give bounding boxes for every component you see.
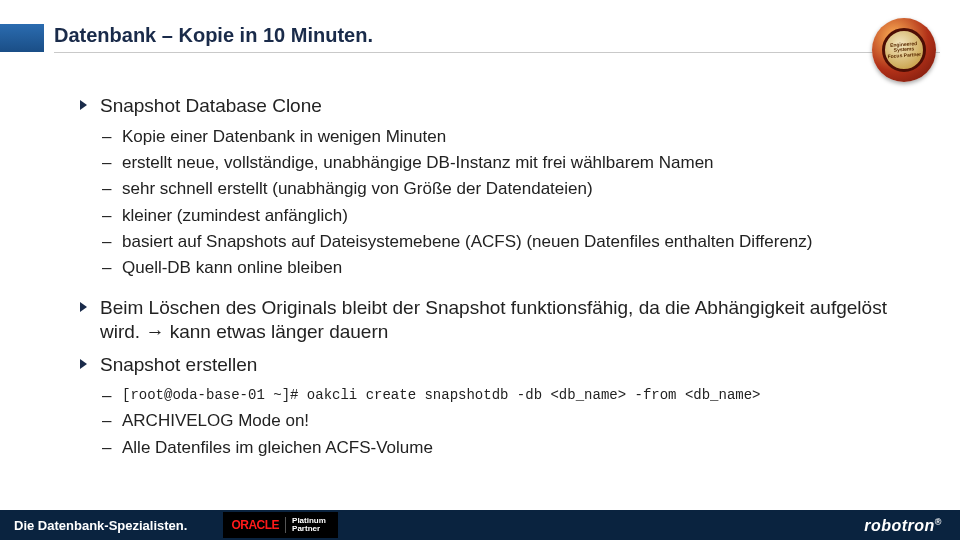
dash-icon: – [102,203,111,229]
partner-badge: Engineered SystemsFocus Partner [872,18,936,82]
sub-item-text: ARCHIVELOG Mode on! [122,411,309,430]
oracle-partner-badge: ORACLE PlatinumPartner [223,512,337,538]
slide-title: Datenbank – Kopie in 10 Minuten. [54,24,373,47]
bullet-text: Beim Löschen des Originals bleibt der Sn… [100,297,887,342]
dash-icon: – [102,150,111,176]
sub-item-text: kleiner (zumindest anfänglich) [122,206,348,225]
sub-item: –Quell-DB kann online bleiben [80,255,932,281]
dash-icon: – [102,176,111,202]
footer-bar: Die Datenbank-Spezialisten. ORACLE Plati… [0,510,960,540]
title-underline [54,52,940,53]
triangle-icon [80,302,87,312]
dash-icon: – [102,381,111,412]
command-text: [root@oda-base-01 ~]# oakcli create snap… [122,387,761,403]
bullet-text: Snapshot Database Clone [100,95,322,116]
sub-item-text: Kopie einer Datenbank in wenigen Minuten [122,127,446,146]
badge-text: Engineered SystemsFocus Partner [884,41,923,59]
dash-icon: – [102,229,111,255]
badge-inner: Engineered SystemsFocus Partner [882,28,926,72]
oracle-logo: ORACLE [231,518,279,532]
sub-item: –ARCHIVELOG Mode on! [80,408,932,434]
oracle-partner-text: PlatinumPartner [285,517,326,533]
dash-icon: – [102,435,111,461]
title-accent-block [0,24,44,52]
triangle-icon [80,359,87,369]
sub-item: –erstellt neue, vollständige, unabhängig… [80,150,932,176]
dash-icon: – [102,408,111,434]
sub-list: –[root@oda-base-01 ~]# oakcli create sna… [80,383,932,461]
sub-item-text: sehr schnell erstellt (unabhängig von Gr… [122,179,593,198]
triangle-icon [80,100,87,110]
sub-item-text: Quell-DB kann online bleiben [122,258,342,277]
slide-content: Snapshot Database Clone –Kopie einer Dat… [80,94,932,461]
sub-item: –Alle Datenfiles im gleichen ACFS-Volume [80,435,932,461]
dash-icon: – [102,255,111,281]
robotron-logo: robotron® [864,517,942,535]
dash-icon: – [102,124,111,150]
sub-item-text: Alle Datenfiles im gleichen ACFS-Volume [122,438,433,457]
bullet-create-snapshot: Snapshot erstellen [80,353,932,377]
bullet-snapshot-clone: Snapshot Database Clone [80,94,932,118]
sub-item-text: erstellt neue, vollständige, unabhängige… [122,153,714,172]
bullet-text: Snapshot erstellen [100,354,257,375]
sub-item-command: –[root@oda-base-01 ~]# oakcli create sna… [80,383,932,408]
sub-item-text: basiert auf Snapshots auf Dateisystemebe… [122,232,812,251]
footer-tagline: Die Datenbank-Spezialisten. [0,518,187,533]
sub-item: –Kopie einer Datenbank in wenigen Minute… [80,124,932,150]
bullet-delete-original: Beim Löschen des Originals bleibt der Sn… [80,296,932,344]
sub-list: –Kopie einer Datenbank in wenigen Minute… [80,124,932,282]
sub-item: –basiert auf Snapshots auf Dateisystemeb… [80,229,932,255]
sub-item: –sehr schnell erstellt (unabhängig von G… [80,176,932,202]
title-bar: Datenbank – Kopie in 10 Minuten. [0,24,960,58]
sub-item: –kleiner (zumindest anfänglich) [80,203,932,229]
